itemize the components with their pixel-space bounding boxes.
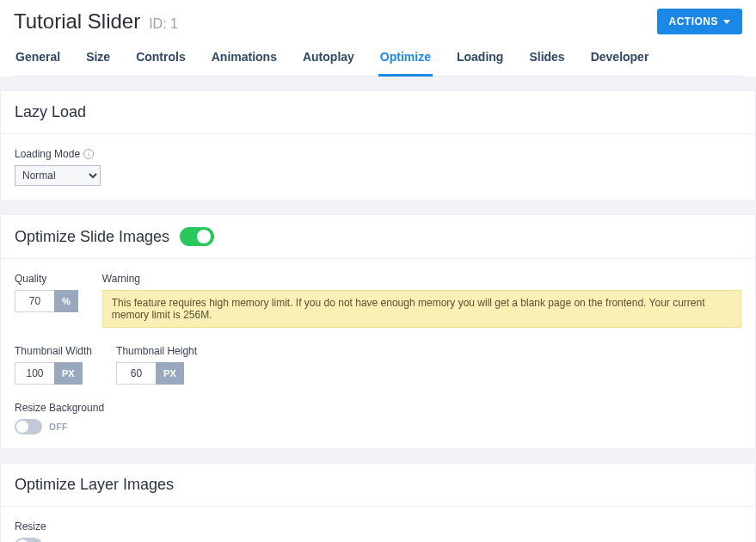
section-title-optimize-slide: Optimize Slide Images [15,228,169,246]
tab-autoplay[interactable]: Autoplay [301,41,356,77]
quality-label: Quality [15,273,78,285]
warning-box: This feature requires high memory limit.… [102,290,741,328]
tab-size[interactable]: Size [84,41,112,77]
actions-button-label: ACTIONS [669,15,719,28]
tab-controls[interactable]: Controls [134,41,187,77]
section-title-optimize-layer: Optimize Layer Images [15,476,174,494]
loading-mode-label: Loading Mode [15,148,80,160]
tab-slides[interactable]: Slides [527,41,566,77]
tab-loading[interactable]: Loading [455,41,505,77]
actions-button[interactable]: ACTIONS [657,9,743,34]
resize-background-toggle[interactable] [15,419,42,434]
thumb-height-label: Thumbnail Height [116,345,197,357]
resize-background-label: Resize Background [15,402,741,414]
thumb-width-label: Thumbnail Width [15,345,92,357]
thumb-width-input[interactable] [15,362,54,385]
quality-input[interactable] [15,290,54,312]
tab-optimize[interactable]: Optimize [378,41,433,77]
section-title-lazy-load: Lazy Load [15,103,86,121]
page-title: Tutorial Slider [14,9,140,34]
page-id: ID: 1 [149,16,178,32]
loading-mode-select[interactable]: Normal [15,165,101,186]
info-icon[interactable]: i [83,149,94,159]
chevron-down-icon [723,20,730,24]
tabs: General Size Controls Animations Autopla… [14,41,742,77]
resize-background-state: OFF [49,422,68,432]
quality-unit: % [54,290,78,312]
resize-label: Resize [15,520,741,533]
tab-developer[interactable]: Developer [589,41,651,77]
tab-animations[interactable]: Animations [210,41,279,77]
optimize-slide-toggle[interactable] [180,227,214,246]
warning-label: Warning [102,273,741,285]
thumb-width-unit: PX [54,362,83,385]
thumb-height-input[interactable] [116,362,156,385]
thumb-height-unit: PX [156,362,184,385]
tab-general[interactable]: General [14,41,62,77]
resize-toggle[interactable] [15,538,42,542]
